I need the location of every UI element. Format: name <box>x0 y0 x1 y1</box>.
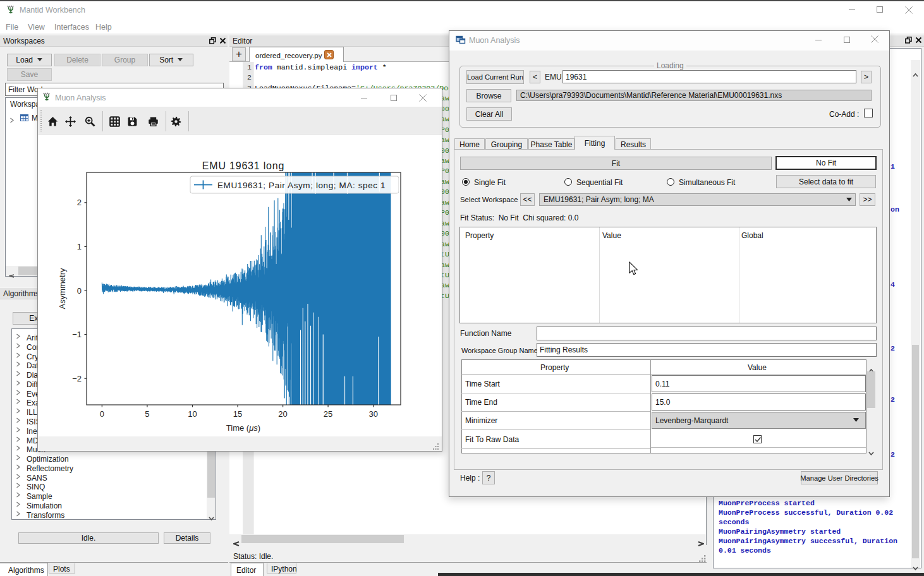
svg-text:15: 15 <box>233 409 242 419</box>
svg-text:20: 20 <box>278 409 287 419</box>
svg-text:0: 0 <box>100 409 104 419</box>
svg-text:30: 30 <box>368 409 377 419</box>
svg-text:EMU 19631 long: EMU 19631 long <box>202 160 284 171</box>
svg-text:−1: −1 <box>72 330 82 339</box>
svg-text:10: 10 <box>188 409 197 419</box>
svg-text:5: 5 <box>145 409 149 419</box>
svg-text:Time (μs): Time (μs) <box>226 423 260 433</box>
svg-text:0: 0 <box>77 286 82 296</box>
svg-text:−2: −2 <box>72 374 82 383</box>
svg-text:Asymmetry: Asymmetry <box>58 268 67 309</box>
svg-text:EMU19631; Pair Asym; long; MA:: EMU19631; Pair Asym; long; MA: spec 1 <box>217 181 386 190</box>
svg-text:2: 2 <box>77 198 82 207</box>
svg-text:1: 1 <box>77 242 82 251</box>
svg-text:25: 25 <box>324 409 332 419</box>
